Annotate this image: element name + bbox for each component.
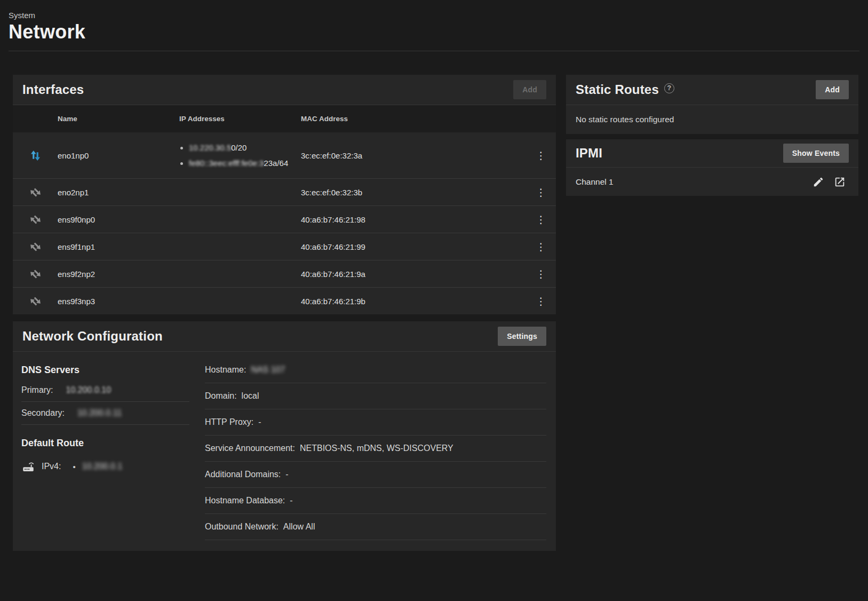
kebab-menu-icon[interactable]: ⋮ — [532, 294, 551, 309]
dns-servers-heading: DNS Servers — [21, 365, 189, 376]
config-detail-label: Outbound Network: — [205, 522, 278, 532]
network-config-card: Network Configuration Settings DNS Serve… — [13, 321, 556, 551]
interface-mac-address: 3c:ec:ef:0e:32:3a — [301, 151, 526, 160]
interface-row: ens9f0np040:a6:b7:46:21:98⋮ — [13, 205, 556, 233]
interface-down-icon — [25, 182, 45, 202]
static-routes-title: Static Routes ? — [576, 82, 674, 97]
mac-column-header: MAC Address — [301, 115, 526, 123]
config-detail-label: Service Announcement: — [205, 444, 295, 453]
interfaces-card: Interfaces Add Name IP Addresses MAC Add… — [13, 75, 556, 314]
static-routes-empty-text: No static routes configured — [566, 105, 858, 134]
ipmi-card: IPMI Show Events Channel 1 — [566, 139, 858, 196]
ipmi-channel-row: Channel 1 — [566, 168, 858, 196]
config-detail-value: NETBIOS-NS, mDNS, WS-DISCOVERY — [300, 444, 453, 453]
dns-secondary-value: 10.200.0.11 — [77, 408, 122, 418]
ipmi-title: IPMI — [576, 146, 602, 161]
interface-down-icon — [25, 291, 45, 311]
right-column: Static Routes ? Add No static routes con… — [566, 75, 858, 196]
breadcrumb[interactable]: System — [9, 11, 859, 20]
config-detail-row: Hostname:NAS 107 — [205, 357, 546, 383]
ipmi-actions — [811, 175, 847, 189]
ipmi-header: IPMI Show Events — [566, 139, 858, 168]
router-icon — [21, 460, 35, 473]
network-config-left-pane: DNS Servers Primary: 10.200.0.10 Seconda… — [21, 352, 189, 540]
default-route-row: IPv4: • 10.200.0.1 — [21, 452, 189, 473]
config-detail-value: - — [258, 417, 261, 427]
content-area: Interfaces Add Name IP Addresses MAC Add… — [0, 51, 868, 551]
interfaces-table-body: eno1np010.220.30.50/20fe80::3eec:efff:fe… — [13, 132, 556, 314]
config-detail-row: Service Announcement:NETBIOS-NS, mDNS, W… — [205, 436, 546, 462]
kebab-menu-icon[interactable]: ⋮ — [532, 240, 551, 254]
dns-secondary-row: Secondary: 10.200.0.11 — [21, 402, 189, 425]
interface-row: eno2np13c:ec:ef:0e:32:3b⋮ — [13, 178, 556, 205]
dns-primary-value: 10.200.0.10 — [66, 385, 112, 395]
edit-pencil-icon[interactable] — [811, 175, 825, 189]
interfaces-title: Interfaces — [22, 82, 84, 97]
config-detail-value: - — [285, 470, 288, 479]
interfaces-add-button[interactable]: Add — [513, 80, 546, 99]
kebab-menu-icon[interactable]: ⋮ — [532, 212, 551, 227]
config-detail-row: Hostname Database:- — [205, 488, 546, 514]
interface-down-icon — [28, 185, 43, 200]
interface-ip-addresses: 10.220.30.50/20fe80::3eec:efff:fe0e:323a… — [179, 140, 301, 171]
config-detail-row: HTTP Proxy:- — [205, 409, 546, 436]
interface-down-icon — [25, 264, 45, 284]
static-routes-add-button[interactable]: Add — [816, 80, 849, 99]
config-detail-value: NAS 107 — [251, 365, 285, 375]
network-config-body: DNS Servers Primary: 10.200.0.10 Seconda… — [13, 352, 556, 551]
name-column-header: Name — [58, 115, 179, 123]
kebab-menu-icon[interactable]: ⋮ — [532, 267, 551, 281]
config-detail-label: Hostname Database: — [205, 496, 285, 505]
interface-mac-address: 40:a6:b7:46:21:9a — [301, 270, 526, 279]
interface-name: ens9f1np1 — [58, 242, 179, 251]
dns-primary-row: Primary: 10.200.0.10 — [21, 379, 189, 402]
ipmi-channel-label: Channel 1 — [576, 177, 614, 187]
config-detail-label: HTTP Proxy: — [205, 417, 253, 427]
open-in-new-icon[interactable] — [833, 175, 847, 189]
config-detail-label: Domain: — [205, 391, 237, 401]
interface-name: ens9f2np2 — [58, 270, 179, 279]
interface-name: ens9f0np0 — [58, 215, 179, 224]
page-header: System Network — [0, 0, 868, 51]
dns-secondary-label: Secondary: — [21, 408, 65, 418]
static-routes-header: Static Routes ? Add — [566, 75, 858, 105]
page-title: Network — [9, 21, 859, 43]
config-detail-value: - — [290, 496, 292, 505]
ip-address-item: fe80::3eec:efff:fe0e:323a/64 — [189, 155, 294, 171]
interface-mac-address: 40:a6:b7:46:21:99 — [301, 242, 526, 251]
interface-name: eno2np1 — [58, 188, 179, 197]
interface-down-icon — [28, 240, 43, 254]
ipmi-show-events-button[interactable]: Show Events — [783, 144, 849, 163]
static-routes-card: Static Routes ? Add No static routes con… — [566, 75, 858, 134]
interface-up-icon — [28, 148, 43, 163]
ipv4-value: 10.200.0.1 — [82, 462, 123, 471]
config-detail-row: Additional Domains:- — [205, 462, 546, 488]
ip-column-header: IP Addresses — [179, 115, 301, 123]
interfaces-card-header: Interfaces Add — [13, 75, 556, 105]
config-detail-value: Allow All — [283, 522, 315, 532]
interface-down-icon — [28, 294, 43, 309]
help-icon[interactable]: ? — [664, 83, 674, 93]
interface-mac-address: 3c:ec:ef:0e:32:3b — [301, 188, 526, 197]
network-config-title: Network Configuration — [22, 329, 163, 344]
interface-down-icon — [25, 236, 45, 257]
kebab-menu-icon[interactable]: ⋮ — [532, 148, 551, 163]
left-column: Interfaces Add Name IP Addresses MAC Add… — [13, 75, 556, 551]
interface-down-icon — [25, 209, 45, 230]
interface-down-icon — [28, 212, 43, 227]
network-config-header: Network Configuration Settings — [13, 321, 556, 352]
config-detail-row: Domain:local — [205, 383, 546, 409]
dns-primary-label: Primary: — [21, 385, 53, 395]
kebab-menu-icon[interactable]: ⋮ — [532, 185, 551, 200]
interface-down-icon — [28, 267, 43, 281]
config-detail-row: Outbound Network:Allow All — [205, 514, 546, 540]
interface-name: eno1np0 — [58, 151, 179, 160]
interface-row: ens9f1np140:a6:b7:46:21:99⋮ — [13, 233, 556, 260]
default-route-heading: Default Route — [21, 438, 189, 449]
ipv4-label: IPv4: — [42, 462, 61, 471]
config-detail-label: Hostname: — [205, 365, 246, 375]
interface-name: ens9f3np3 — [58, 297, 179, 306]
static-routes-title-text: Static Routes — [576, 82, 659, 97]
interfaces-table-header: Name IP Addresses MAC Address — [13, 105, 556, 132]
network-config-settings-button[interactable]: Settings — [498, 327, 546, 346]
